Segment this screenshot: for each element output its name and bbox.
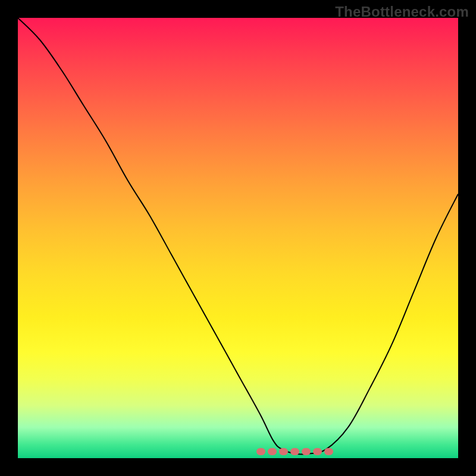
bottleneck-curve xyxy=(18,18,458,455)
plot-area xyxy=(18,18,458,458)
curve-svg xyxy=(18,18,458,458)
chart-container: TheBottleneck.com xyxy=(0,0,476,476)
watermark-text: TheBottleneck.com xyxy=(335,4,469,20)
